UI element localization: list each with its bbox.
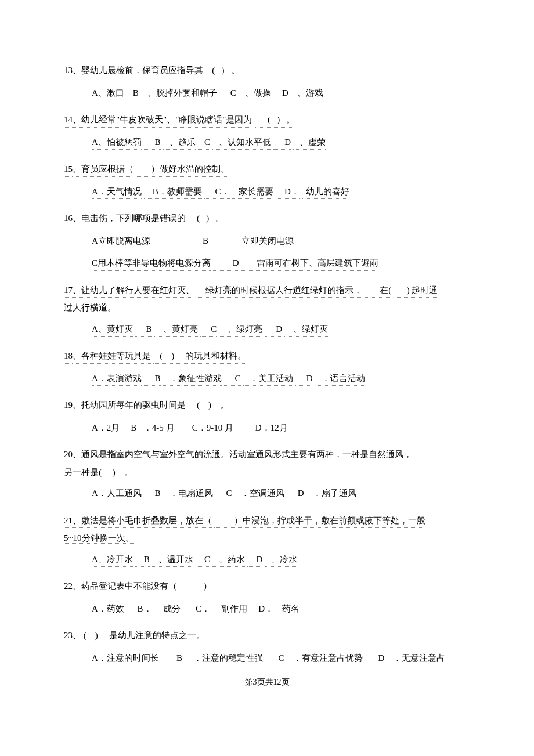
stem-text: 、各种娃娃等玩具是 [73, 349, 151, 364]
stem-text: 在( [365, 284, 391, 298]
question-19: 19、托幼园所每年的驱虫时间是 ( ) 。 A．2月 B ．4-5 月 C．9-… [64, 399, 470, 435]
option-text: 、趋乐 [163, 136, 196, 150]
stem-text: 14 [64, 113, 73, 128]
stem-text: 22 [64, 580, 73, 594]
option-text: C [224, 372, 241, 386]
question-stem: 13、婴幼儿晨检前，保育员应指导其 ( ) 。 [64, 64, 470, 78]
option-text: 、黄灯亮 [154, 323, 198, 337]
stem-text: ( ) [153, 349, 174, 364]
option-text: 、绿灯灭 [284, 323, 328, 337]
stem-text: 是幼儿注意的特点之一。 [100, 629, 205, 643]
option-text: 、脱掉外套和帽子 [141, 86, 217, 101]
option-text: 、游戏 [291, 86, 323, 101]
stem-text: 、电击伤，下列哪项是错误的 [73, 212, 186, 226]
question-stem: 15、育员应根据（ ）做好水温的控制。 [64, 162, 470, 177]
option-text: D． [276, 185, 300, 200]
option-text: A、漱口 B [92, 86, 139, 101]
option-text: D [213, 256, 239, 271]
stem-text: 的玩具和材料。 [176, 349, 246, 364]
option-text: A．2月 [92, 421, 120, 436]
stem-text: 5~10分钟换一次。 [64, 533, 134, 544]
option-text: D [265, 323, 282, 337]
option-text: 、温开水 [152, 553, 193, 567]
question-stem: 18、各种娃娃等玩具是 ( ) 的玩具和材料。 [64, 349, 470, 364]
stem-text: 、托幼园所每年的驱虫时间是 [73, 399, 186, 413]
option-text: C．9-10 月 [177, 421, 234, 436]
stem-text: ( ) 。 [205, 64, 240, 78]
question-stem-line2: 另一种是( ) 。 [64, 466, 470, 479]
option-text: A立即脱离电源 [92, 234, 150, 249]
stem-text: 18 [64, 349, 73, 364]
question-options: A．人工通风 B ．电扇通风 C ．空调通风 D ．扇子通风 [64, 487, 470, 501]
question-16: 16、电击伤，下列哪项是错误的 ( ) 。 A立即脱离电源 B 立即关闭电源 C… [64, 212, 470, 271]
option-text: ．有意注意占优势 [287, 652, 363, 666]
question-14: 14、幼儿经常"牛皮吹破天"、"睁眼说瞎话"是因为 ( ) 。 A、怕被惩罚 B… [64, 113, 470, 150]
option-text: B [153, 234, 208, 249]
question-options: A．表演游戏 B ．象征性游戏 C ．美工活动 D ．语言活动 [64, 372, 470, 386]
option-text: D． [250, 602, 273, 617]
question-stem: 19、托幼园所每年的驱虫时间是 ( ) 。 [64, 399, 470, 413]
stem-text: 另一种是( ) 。 [64, 468, 133, 478]
footer-text: 页 [282, 678, 290, 686]
option-text: B [144, 487, 161, 501]
option-text: ．注意的稳定性强 [185, 652, 263, 666]
option-text: 、认知水平低 [212, 136, 271, 150]
option-text: 家长需要 [232, 185, 273, 200]
stem-text: 、药品登记表中不能没有（ [73, 580, 177, 594]
option-text: C [219, 86, 236, 101]
document-page: 13、婴幼儿晨检前，保育员应指导其 ( ) 。 A、漱口 B 、脱掉外套和帽子 … [0, 0, 534, 711]
question-stem-line2: 过人行横道。 [64, 301, 470, 314]
option-text: C [198, 136, 210, 150]
question-15: 15、育员应根据（ ）做好水温的控制。 A．天气情况 B．教师需要 C． 家长需… [64, 162, 470, 199]
stem-text: 17 [64, 284, 73, 298]
option-text: ．电扇通风 [163, 487, 213, 501]
question-18: 18、各种娃娃等玩具是 ( ) 的玩具和材料。 A．表演游戏 B ．象征性游戏 … [64, 349, 470, 386]
option-text: ．扇子通风 [306, 487, 356, 501]
option-text: 副作用 [212, 602, 247, 617]
option-text: 药名 [276, 602, 300, 617]
question-options: A、漱口 B 、脱掉外套和帽子 C 、做操 D 、游戏 [64, 86, 470, 101]
question-stem: 17、让幼儿了解行人要在红灯灭、 绿灯亮的时候根据人行道红绿灯的指示， 在( )… [64, 284, 470, 298]
question-options: A．2月 B ．4-5 月 C．9-10 月 D．12月 [64, 421, 470, 436]
question-options: A、怕被惩罚 B 、趋乐 C 、认知水平低 D 、虚荣 [64, 136, 470, 150]
option-text: C [265, 652, 284, 666]
question-20: 20、通风是指室内空气与室外空气的流通。活动室通风形式主要有两种，一种是自然通风… [64, 448, 470, 501]
option-text: ．美工活动 [243, 372, 293, 386]
option-text: B [135, 553, 150, 567]
option-text: D．12月 [236, 421, 288, 436]
stem-text: 15 [64, 162, 73, 177]
option-text: A、怕被惩罚 [92, 136, 142, 150]
question-stem: 16、电击伤，下列哪项是错误的 ( ) 。 [64, 212, 470, 226]
option-text: A．人工通风 [92, 487, 142, 501]
question-stem: 21、敷法是将小毛巾折叠数层，放在（ ）中浸泡，拧成半干，敷在前额或腋下等处，一… [64, 514, 470, 529]
question-options: A．注意的时间长 B ．注意的稳定性强 C ．有意注意占优势 D ．无意注意占 [64, 652, 470, 666]
option-text: B [144, 136, 161, 150]
stem-text: 13 [64, 64, 73, 78]
stem-text: ) 起时通 [394, 284, 438, 298]
stem-text: 过人行横道。 [64, 303, 116, 313]
option-text: D [365, 652, 384, 666]
stem-text: 21 [64, 514, 73, 529]
question-options: A．药效 B． 成分 C． 副作用 D． 药名 [64, 602, 470, 617]
option-text: D [287, 487, 304, 501]
question-options-row1: A立即脱离电源 B 立即关闭电源 [64, 234, 470, 249]
option-text: C [215, 487, 232, 501]
question-options: A、黄灯灭 B 、黄灯亮 C 、绿灯亮 D 、绿灯灭 [64, 323, 470, 337]
option-text: D [273, 136, 291, 150]
stem-text: ）做好水温的控制。 [136, 162, 229, 177]
option-text: A、冷开水 [92, 553, 133, 567]
stem-text: 、让幼儿了解行人要在红灯灭、 [73, 284, 194, 298]
option-text: B [122, 421, 136, 436]
page-footer: 第3页共12页 [64, 676, 470, 688]
option-text: 、药水 [212, 553, 245, 567]
option-text: D [295, 372, 313, 386]
stem-text: 、敷法是将小毛巾折叠数层，放在（ [73, 514, 212, 529]
option-text: A．注意的时间长 [92, 652, 159, 666]
footer-total-pages: 12 [273, 678, 282, 686]
question-stem: 14、幼儿经常"牛皮吹破天"、"睁眼说瞎话"是因为 ( ) 。 [64, 113, 470, 128]
option-text: C [200, 323, 217, 337]
question-stem: 22、药品登记表中不能没有（ ） [64, 580, 470, 594]
option-text: A．药效 [92, 602, 124, 617]
footer-current-page: 3 [253, 678, 257, 686]
option-text: ．语言活动 [315, 372, 365, 386]
